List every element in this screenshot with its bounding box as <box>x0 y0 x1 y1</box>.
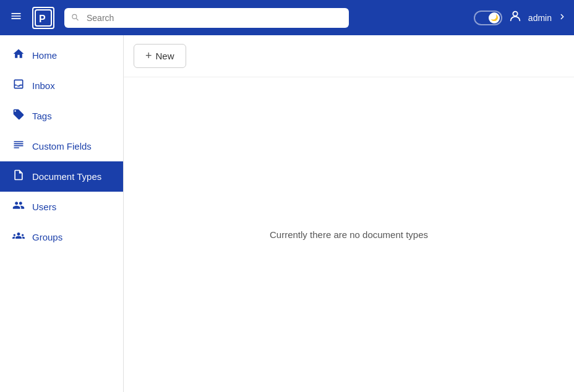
sidebar-item-tags[interactable]: Tags <box>0 101 123 131</box>
new-button[interactable]: + New <box>134 44 186 68</box>
moon-icon: 🌙 <box>490 14 498 21</box>
sidebar-item-document-types[interactable]: Document Types <box>0 161 123 192</box>
main-layout: Home Inbox Tags Custom Fields Document T <box>0 35 574 392</box>
sidebar-item-inbox[interactable]: Inbox <box>0 70 123 101</box>
groups-icon <box>12 229 25 245</box>
theme-toggle[interactable]: 🌙 <box>474 11 502 25</box>
home-icon <box>12 48 25 63</box>
app-logo: P <box>32 7 54 29</box>
empty-text: Currently there are no document types <box>270 229 428 240</box>
menu-icon[interactable] <box>7 10 25 25</box>
new-button-label: New <box>156 51 174 61</box>
header-chevron-icon[interactable] <box>558 12 567 23</box>
sidebar-label-inbox: Inbox <box>32 80 55 91</box>
sidebar-label-groups: Groups <box>32 232 62 242</box>
toggle-knob: 🌙 <box>489 12 500 23</box>
sidebar-label-users: Users <box>32 202 56 212</box>
sidebar-label-tags: Tags <box>32 111 52 121</box>
inbox-icon <box>12 78 25 93</box>
users-icon <box>12 199 25 215</box>
sidebar-label-home: Home <box>32 50 57 61</box>
tags-icon <box>12 108 25 124</box>
sidebar-item-users[interactable]: Users <box>0 192 123 222</box>
header: P 🌙 admin <box>0 0 574 35</box>
custom-fields-icon <box>12 138 25 154</box>
document-types-icon <box>12 169 25 184</box>
search-container <box>64 8 349 28</box>
svg-text:P: P <box>39 14 46 24</box>
sidebar-item-groups[interactable]: Groups <box>0 222 123 252</box>
sidebar: Home Inbox Tags Custom Fields Document T <box>0 35 124 392</box>
username-label: admin <box>528 13 552 23</box>
search-icon <box>71 12 79 23</box>
header-right: 🌙 admin <box>474 9 567 26</box>
empty-state-message: Currently there are no document types <box>124 77 574 392</box>
plus-icon: + <box>145 49 152 62</box>
content-toolbar: + New <box>124 35 574 77</box>
sidebar-label-custom-fields: Custom Fields <box>32 141 92 151</box>
sidebar-label-document-types: Document Types <box>32 171 101 182</box>
svg-point-2 <box>513 12 517 16</box>
search-input[interactable] <box>64 8 349 28</box>
sidebar-item-home[interactable]: Home <box>0 40 123 70</box>
user-icon <box>508 9 522 26</box>
sidebar-item-custom-fields[interactable]: Custom Fields <box>0 131 123 161</box>
content-area: + New Currently there are no document ty… <box>124 35 574 392</box>
